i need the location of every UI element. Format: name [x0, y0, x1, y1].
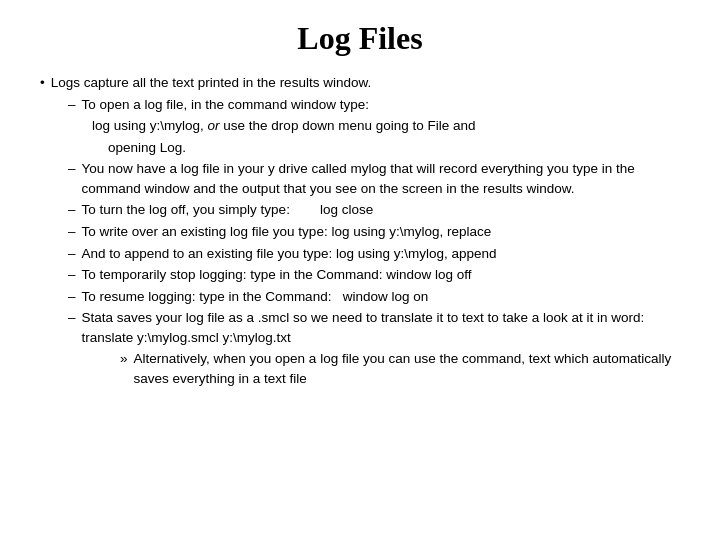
dash-content-3: To turn the log off, you simply type: lo… — [82, 200, 680, 220]
dash-symbol-2: – — [68, 159, 76, 198]
dash-content-7: To resume logging: type in the Command: … — [82, 287, 680, 307]
dash-symbol-1: – — [68, 95, 76, 115]
dash-symbol-6: – — [68, 265, 76, 285]
bullet-symbol: • — [40, 73, 45, 93]
dash-content-2: You now have a log file in your y drive … — [82, 159, 680, 198]
dash-item-7: – To resume logging: type in the Command… — [68, 287, 680, 307]
main-bullet-text: Logs capture all the text printed in the… — [51, 73, 371, 93]
dash-item-4: – To write over an existing log file you… — [68, 222, 680, 242]
dash-item-5: – And to append to an existing file you … — [68, 244, 680, 264]
content-area: • Logs capture all the text printed in t… — [40, 73, 680, 390]
page: Log Files • Logs capture all the text pr… — [0, 0, 720, 540]
dash-symbol-4: – — [68, 222, 76, 242]
dash-content-4: To write over an existing log file you t… — [82, 222, 680, 242]
dash-item-3: – To turn the log off, you simply type: … — [68, 200, 680, 220]
main-bullet-item: • Logs capture all the text printed in t… — [40, 73, 680, 93]
dash-symbol-7: – — [68, 287, 76, 307]
dash-content-8: Stata saves your log file as a .smcl so … — [82, 308, 680, 347]
arrow-content-1: Alternatively, when you open a log file … — [134, 349, 680, 388]
dash-symbol-5: – — [68, 244, 76, 264]
page-title: Log Files — [40, 20, 680, 57]
arrow-symbol-1: » — [120, 349, 128, 388]
dash-item-6: – To temporarily stop logging: type in t… — [68, 265, 680, 285]
dash-content-6: To temporarily stop logging: type in the… — [82, 265, 680, 285]
dash-content-1: To open a log file, in the command windo… — [82, 95, 680, 115]
dash-symbol-8: – — [68, 308, 76, 347]
indent-line-1: log using y:\mylog, or use the drop down… — [92, 116, 680, 136]
dash-item-1: – To open a log file, in the command win… — [68, 95, 680, 115]
indent-line-2: opening Log. — [108, 138, 680, 158]
dash-symbol-3: – — [68, 200, 76, 220]
dash-content-5: And to append to an existing file you ty… — [82, 244, 680, 264]
dash-item-2: – You now have a log file in your y driv… — [68, 159, 680, 198]
arrow-item-1: » Alternatively, when you open a log fil… — [120, 349, 680, 388]
dash-item-8: – Stata saves your log file as a .smcl s… — [68, 308, 680, 347]
